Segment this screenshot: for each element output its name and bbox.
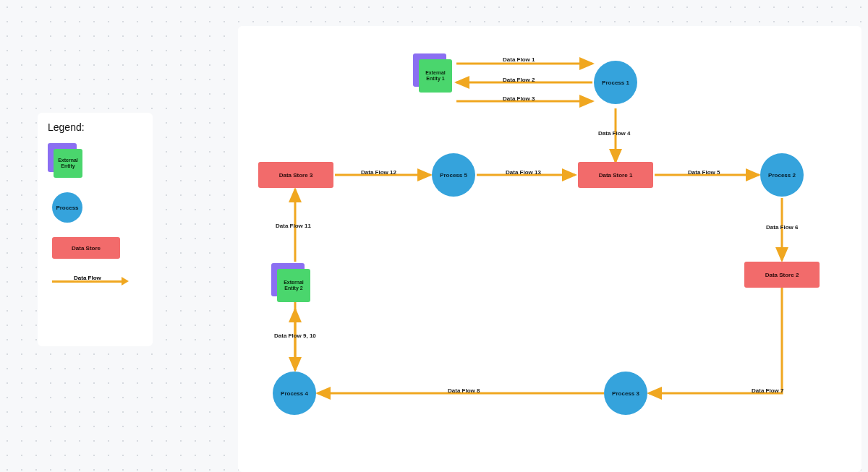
node-data-store-2[interactable]: Data Store 2 xyxy=(744,262,820,288)
node-label: External Entity 1 xyxy=(419,59,452,93)
edge-label: Data Flow 11 xyxy=(276,223,311,229)
edge-label: Data Flow 8 xyxy=(448,387,480,394)
node-process-4[interactable]: Process 4 xyxy=(273,372,316,415)
node-label: Process 3 xyxy=(612,390,639,397)
legend-data-store: Data Store xyxy=(52,237,120,259)
edge-label: Data Flow 3 xyxy=(503,95,535,102)
node-label: Data Store 2 xyxy=(765,272,799,278)
legend-process: Process xyxy=(52,192,82,223)
edge-label: Data Flow 6 xyxy=(766,224,798,231)
legend-panel: Legend: External Entity Process Data Sto… xyxy=(38,113,153,346)
node-process-2[interactable]: Process 2 xyxy=(760,153,804,197)
node-label: Data Store 1 xyxy=(599,172,633,179)
arrow-icon xyxy=(122,277,129,286)
legend-external-entity-label: External Entity xyxy=(54,149,82,178)
legend-data-flow: Data Flow xyxy=(52,276,132,286)
edge-label: Data Flow 4 xyxy=(598,130,630,137)
node-label: Process 2 xyxy=(768,172,796,179)
node-process-3[interactable]: Process 3 xyxy=(604,372,647,415)
edge-label: Data Flow 1 xyxy=(503,56,535,63)
edges-layer xyxy=(238,26,861,472)
edge-label: Data Flow 12 xyxy=(361,169,396,176)
node-label: Process 4 xyxy=(281,390,308,397)
edge-label: Data Flow 5 xyxy=(688,169,720,176)
edge-label: Data Flow 13 xyxy=(506,169,541,176)
node-process-1[interactable]: Process 1 xyxy=(594,61,637,104)
legend-data-flow-label: Data Flow xyxy=(74,275,101,281)
legend-data-store-label: Data Store xyxy=(72,245,101,252)
edge-label: Data Flow 9, 10 xyxy=(274,332,316,339)
node-label: Data Store 3 xyxy=(279,172,313,179)
node-data-store-1[interactable]: Data Store 1 xyxy=(578,162,653,188)
legend-title: Legend: xyxy=(48,121,142,133)
node-process-5[interactable]: Process 5 xyxy=(432,153,475,197)
edge-label: Data Flow 7 xyxy=(752,387,783,394)
node-label: Process 5 xyxy=(440,172,467,179)
edge-label: Data Flow 2 xyxy=(503,77,535,83)
legend-external-entity: External Entity xyxy=(48,143,142,182)
node-data-store-3[interactable]: Data Store 3 xyxy=(258,162,333,188)
legend-process-label: Process xyxy=(56,205,78,211)
node-label: External Entity 2 xyxy=(277,269,310,302)
diagram-canvas[interactable]: External Entity 1 Process 1 Data Store 3… xyxy=(238,26,861,472)
node-label: Process 1 xyxy=(602,80,629,86)
